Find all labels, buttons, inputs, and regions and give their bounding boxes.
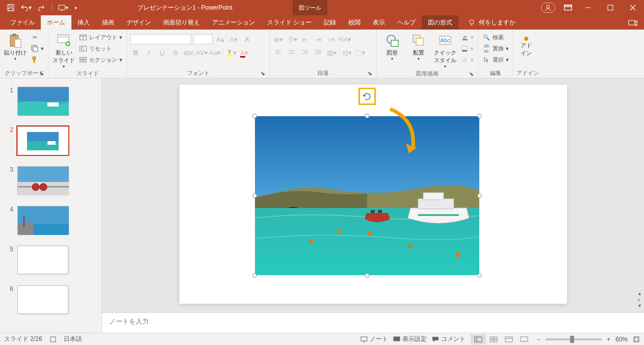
splitter-down-icon[interactable]: ▼	[637, 303, 642, 308]
sorter-view-button[interactable]	[486, 334, 501, 344]
rotation-handle[interactable]	[358, 88, 376, 105]
strike-button[interactable]: S	[170, 47, 181, 58]
font-launcher[interactable]: ⬊	[259, 70, 266, 77]
splitter-grip-icon[interactable]: ≡	[637, 297, 642, 302]
slide-thumbnail[interactable]	[17, 126, 68, 155]
slide-canvas[interactable]	[179, 85, 567, 304]
tab-home[interactable]: ホーム	[41, 15, 71, 30]
thumb-5[interactable]: 5	[0, 244, 101, 283]
slide-canvas-scroll[interactable]: ▲ ≡ ▼	[102, 78, 644, 312]
shape-outline-button[interactable]: ▾	[459, 44, 475, 53]
underline-button[interactable]: U	[157, 47, 168, 58]
account-button[interactable]	[541, 3, 555, 13]
highlight-button[interactable]: ▾	[225, 47, 237, 58]
reset-button[interactable]: リセット	[78, 44, 123, 53]
font-family-select[interactable]	[130, 34, 191, 44]
zoom-level[interactable]: 60%	[615, 336, 628, 343]
text-direction-button[interactable]: ⟲A▾	[339, 34, 350, 44]
zoom-out-button[interactable]: −	[537, 336, 540, 343]
tab-insert[interactable]: 挿入	[71, 15, 96, 30]
align-right-button[interactable]	[299, 47, 311, 58]
tell-me-search[interactable]: 何をしますか	[458, 15, 622, 30]
tab-design[interactable]: デザイン	[120, 15, 157, 30]
slide-thumbnail[interactable]	[17, 206, 68, 234]
slide-panel[interactable]: 1 2 3 4 5 6	[0, 78, 102, 333]
splitter-up-icon[interactable]: ▲	[637, 291, 642, 296]
share-button[interactable]	[622, 15, 644, 30]
align-text-button[interactable]: ⊟▾	[342, 47, 353, 58]
thumb-4[interactable]: 4	[0, 204, 101, 244]
bullets-button[interactable]: ≣▾	[273, 34, 284, 44]
align-center-button[interactable]	[286, 47, 297, 58]
bold-button[interactable]: B	[130, 47, 141, 58]
start-from-beginning-button[interactable]: ▾	[57, 2, 70, 14]
justify-button[interactable]	[313, 47, 324, 58]
char-spacing-button[interactable]: AV▾	[196, 47, 208, 58]
comments-button[interactable]: コメント	[432, 335, 466, 343]
paste-button[interactable]: 貼り付け ▾	[3, 32, 28, 61]
ribbon-display-options-button[interactable]	[559, 0, 577, 15]
slide-thumbnail[interactable]	[17, 166, 68, 195]
thumb-2[interactable]: 2	[0, 124, 101, 164]
notes-pane[interactable]: ノートを入力	[102, 312, 644, 333]
increase-indent-button[interactable]: ⇥	[313, 34, 324, 44]
splitter-controls[interactable]: ▲ ≡ ▼	[636, 289, 643, 310]
tab-file[interactable]: ファイル	[4, 15, 41, 30]
columns-button[interactable]: ▥▾	[326, 47, 337, 58]
format-painter-button[interactable]	[30, 55, 45, 64]
copy-button[interactable]: ▾	[30, 44, 45, 53]
qat-customize-button[interactable]: ▾	[72, 2, 79, 14]
italic-button[interactable]: I	[143, 47, 154, 58]
find-button[interactable]: 🔍検索	[481, 33, 510, 42]
cut-button[interactable]: ✂	[30, 33, 45, 42]
tab-record[interactable]: 記録	[318, 15, 342, 30]
numbering-button[interactable]: ▾	[286, 34, 297, 44]
section-button[interactable]: セクション ▾	[78, 55, 123, 64]
line-spacing-button[interactable]: ↕≡	[326, 34, 337, 44]
slide-indicator[interactable]: スライド 2/26	[4, 335, 42, 343]
save-button[interactable]	[4, 2, 17, 14]
decrease-indent-button[interactable]: ⇤	[299, 34, 311, 44]
decrease-font-icon[interactable]: A▾	[228, 34, 239, 44]
addins-button[interactable]: アド イン	[517, 32, 536, 57]
arrange-button[interactable]: 配置▾	[406, 32, 431, 61]
tab-draw[interactable]: 描画	[96, 15, 120, 30]
shape-fill-button[interactable]: ▾	[459, 33, 475, 42]
select-button[interactable]: 選択 ▾	[481, 55, 510, 64]
shadow-button[interactable]: abc	[183, 47, 194, 58]
layout-button[interactable]: レイアウト ▾	[78, 33, 123, 42]
thumb-6[interactable]: 6	[0, 283, 101, 323]
tab-view[interactable]: 表示	[367, 15, 391, 30]
maximize-button[interactable]	[599, 0, 622, 15]
clear-formatting-icon[interactable]: A̸	[241, 34, 252, 44]
shapes-button[interactable]: 図形▾	[380, 32, 404, 61]
slide-thumbnail[interactable]	[17, 246, 68, 274]
quick-styles-button[interactable]: Abc クイック スタイル▾	[433, 32, 457, 69]
undo-button[interactable]: ▾	[19, 2, 33, 14]
change-case-button[interactable]: Aa▾	[210, 47, 221, 58]
tab-slideshow[interactable]: スライド ショー	[261, 15, 318, 30]
close-button[interactable]	[622, 0, 644, 15]
thumb-3[interactable]: 3	[0, 164, 101, 204]
clipboard-launcher[interactable]: ⬊	[38, 70, 45, 77]
selected-picture[interactable]	[255, 116, 479, 275]
minimize-button[interactable]	[577, 0, 599, 15]
smartart-button[interactable]: ⬚▾	[355, 47, 366, 58]
tab-animations[interactable]: アニメーション	[206, 15, 261, 30]
tab-transitions[interactable]: 画面切り替え	[157, 15, 206, 30]
paragraph-launcher[interactable]: ⬊	[366, 70, 373, 77]
replace-button[interactable]: abac置換 ▾	[481, 44, 510, 53]
language-indicator[interactable]: 日本語	[64, 335, 82, 343]
shape-effects-button[interactable]: ▾	[459, 55, 475, 64]
font-size-select[interactable]	[193, 34, 213, 44]
increase-font-icon[interactable]: A▴	[215, 34, 226, 44]
slide-thumbnail[interactable]	[17, 87, 68, 115]
tab-help[interactable]: ヘルプ	[391, 15, 422, 30]
tab-picture-format[interactable]: 図の形式	[422, 15, 458, 30]
notes-toggle[interactable]: ノート	[360, 335, 388, 343]
thumb-1[interactable]: 1	[0, 85, 101, 124]
normal-view-button[interactable]	[471, 334, 486, 344]
slide-thumbnail[interactable]	[17, 285, 68, 314]
spellcheck-button[interactable]	[49, 336, 57, 343]
display-settings-button[interactable]: 表示設定	[393, 335, 427, 343]
